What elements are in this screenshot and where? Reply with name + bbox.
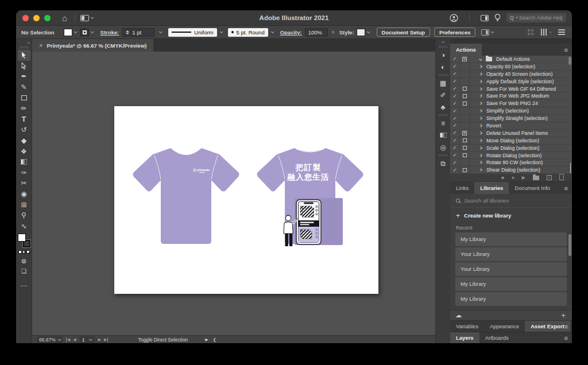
stroke-panel-icon[interactable]: ≡ xyxy=(437,117,450,129)
arrange-documents-icon[interactable] xyxy=(481,15,489,21)
panel-menu-icon[interactable]: ≡ xyxy=(564,44,568,56)
rectangle-tool[interactable] xyxy=(18,92,30,103)
action-expander[interactable] xyxy=(470,58,485,60)
next-artboard-icon[interactable]: ▶ xyxy=(98,337,101,342)
action-expander[interactable] xyxy=(470,147,485,149)
action-modal-toggle[interactable] xyxy=(460,145,470,152)
eraser-tool[interactable]: ◆ xyxy=(18,135,30,146)
blend-tool[interactable]: ◉ xyxy=(18,189,30,200)
tab-layers[interactable]: Layers xyxy=(450,332,479,343)
fill-swatch[interactable] xyxy=(64,29,72,36)
fill-stroke-swatches[interactable] xyxy=(18,234,30,247)
action-check-icon[interactable]: ✓ xyxy=(450,100,460,107)
collapse-panels-icon[interactable]: « xyxy=(442,40,444,45)
action-row[interactable]: ✓Revert xyxy=(450,122,572,130)
action-expander[interactable] xyxy=(470,73,485,75)
action-row[interactable]: ✓Delete Unused Panel Items xyxy=(450,130,572,137)
scrollbar-thumb[interactable] xyxy=(568,57,571,65)
action-check-icon[interactable]: ✓ xyxy=(450,152,460,159)
action-row[interactable]: ✓Save For Web PNG 24 xyxy=(450,100,572,107)
transparency-panel-icon[interactable]: ◎ xyxy=(437,141,450,153)
add-library-item-icon[interactable]: +. xyxy=(561,311,567,320)
chevron-down-icon[interactable] xyxy=(271,30,274,33)
edit-toolbar-button[interactable]: ⋯ xyxy=(18,280,30,291)
expand-panel-icon[interactable]: » xyxy=(28,40,30,45)
drag-handle[interactable] xyxy=(439,114,447,116)
action-check-icon[interactable]: ✓ xyxy=(450,159,460,166)
lightbulb-icon[interactable] xyxy=(494,14,501,22)
brushes-panel-icon[interactable]: ✐ xyxy=(437,89,450,101)
action-row[interactable]: ✓Rotate 90 CW (selection) xyxy=(450,159,572,166)
tab-libraries[interactable]: Libraries xyxy=(474,182,509,194)
action-modal-toggle[interactable] xyxy=(460,166,470,173)
action-modal-toggle[interactable] xyxy=(460,56,470,63)
action-expander[interactable] xyxy=(470,102,485,104)
stroke-weight-field[interactable]: 1 pt xyxy=(122,28,154,37)
action-check-icon[interactable]: ✓ xyxy=(450,166,460,173)
action-check-icon[interactable]: ✓ xyxy=(450,137,460,144)
tab-links[interactable]: Links xyxy=(450,182,474,194)
width-profile-dropdown[interactable]: Uniform xyxy=(168,28,216,37)
action-modal-toggle[interactable] xyxy=(460,78,470,85)
drag-handle[interactable] xyxy=(20,46,28,48)
action-modal-toggle[interactable] xyxy=(460,130,470,137)
action-check-icon[interactable]: ✓ xyxy=(450,130,460,137)
scroll-down-icon[interactable] xyxy=(570,163,571,173)
document-setup-button[interactable]: Document Setup xyxy=(377,28,430,37)
action-modal-toggle[interactable] xyxy=(460,92,470,99)
gradient-panel-icon[interactable] xyxy=(437,129,450,141)
new-action-button[interactable]: + xyxy=(547,175,552,180)
action-check-icon[interactable]: ✓ xyxy=(450,92,460,99)
action-modal-toggle[interactable] xyxy=(460,115,470,122)
paintbrush-tool[interactable]: ✏ xyxy=(18,103,30,114)
workspace-switcher[interactable] xyxy=(80,15,93,21)
type-tool[interactable]: T xyxy=(18,114,30,125)
fill-proxy[interactable] xyxy=(18,234,26,242)
panel-menu-icon[interactable]: ≡ xyxy=(564,182,568,194)
tab-actions[interactable]: Actions xyxy=(450,44,482,56)
action-check-icon[interactable]: ✓ xyxy=(450,115,460,122)
align-options[interactable] xyxy=(540,29,551,35)
action-row[interactable]: ✓Simplify (selection) xyxy=(450,107,572,115)
action-modal-toggle[interactable] xyxy=(460,122,470,129)
action-check-icon[interactable]: ✓ xyxy=(450,86,460,92)
style-swatch[interactable] xyxy=(357,29,365,36)
action-expander[interactable] xyxy=(470,169,485,171)
opacity-label[interactable]: Opacity: xyxy=(280,29,302,36)
chevron-down-icon[interactable] xyxy=(159,30,163,33)
gradient-tool[interactable] xyxy=(18,157,30,168)
drag-handle[interactable] xyxy=(439,74,447,76)
library-item[interactable]: Your Library xyxy=(455,262,567,276)
help-search[interactable]: Q xyxy=(506,13,566,22)
action-expander[interactable] xyxy=(470,139,485,142)
eyedropper-tool[interactable]: ✑ xyxy=(18,168,30,178)
scrollbar-thumb[interactable] xyxy=(568,234,571,256)
menu-list-icon[interactable] xyxy=(558,29,565,35)
action-check-icon[interactable]: ✓ xyxy=(450,71,460,77)
action-check-icon[interactable]: ✓ xyxy=(450,63,460,70)
action-check-icon[interactable]: ✓ xyxy=(450,78,460,85)
action-check-icon[interactable]: ✓ xyxy=(450,107,460,114)
library-item[interactable]: My Library xyxy=(455,277,567,291)
tab-variables[interactable]: Variables xyxy=(450,321,484,332)
document-tab[interactable]: × Printyeala* @ 66.67 % (CMYK/Preview) xyxy=(32,39,153,52)
none-button[interactable] xyxy=(26,250,30,254)
opacity-field[interactable]: 100% xyxy=(305,28,328,37)
rotate-tool[interactable]: ↺ xyxy=(18,125,30,135)
account-icon[interactable] xyxy=(450,14,458,22)
libraries-search-input[interactable] xyxy=(464,197,556,204)
panel-menu-icon[interactable]: ≡ xyxy=(564,321,568,332)
minimize-window-button[interactable] xyxy=(33,15,40,21)
action-modal-toggle[interactable] xyxy=(460,107,470,114)
drag-handle[interactable] xyxy=(439,154,447,156)
action-check-icon[interactable]: ✓ xyxy=(450,122,460,129)
new-set-button[interactable] xyxy=(533,176,539,180)
zoom-window-button[interactable] xyxy=(44,15,51,21)
tab-appearance[interactable]: Appearance xyxy=(484,321,525,332)
scissors-tool[interactable]: ✂ xyxy=(18,178,30,189)
action-row[interactable]: ✓Apply Default Style (selection) xyxy=(450,78,572,86)
stroke-label[interactable]: Stroke: xyxy=(100,29,119,36)
action-modal-toggle[interactable] xyxy=(460,71,470,77)
touch-workspace-icon[interactable] xyxy=(528,29,533,35)
action-check-icon[interactable]: ✓ xyxy=(450,145,460,152)
